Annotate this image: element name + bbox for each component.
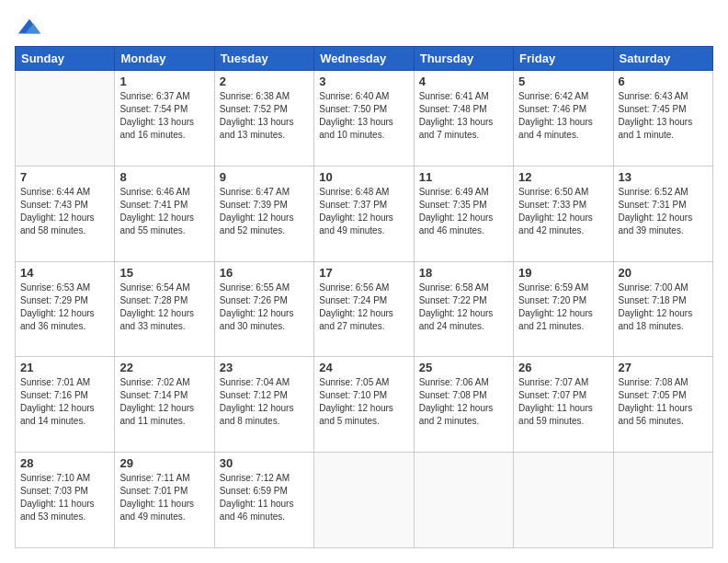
day-info: Sunrise: 7:00 AM Sunset: 7:18 PM Dayligh…	[619, 282, 708, 333]
calendar-cell: 28Sunrise: 7:10 AM Sunset: 7:03 PM Dayli…	[16, 453, 115, 548]
weekday-header-monday: Monday	[115, 47, 214, 71]
day-info: Sunrise: 6:37 AM Sunset: 7:54 PM Dayligh…	[119, 90, 209, 142]
day-info: Sunrise: 6:58 AM Sunset: 7:22 PM Dayligh…	[419, 282, 508, 333]
day-number: 3	[319, 75, 408, 88]
calendar-cell: 24Sunrise: 7:05 AM Sunset: 7:10 PM Dayli…	[314, 357, 414, 453]
calendar-cell: 13Sunrise: 6:52 AM Sunset: 7:31 PM Dayli…	[613, 166, 712, 261]
day-number: 18	[419, 266, 508, 280]
calendar-cell: 5Sunrise: 6:42 AM Sunset: 7:46 PM Daylig…	[514, 71, 613, 167]
calendar-cell: 20Sunrise: 7:00 AM Sunset: 7:18 PM Dayli…	[613, 261, 712, 357]
calendar-cell: 11Sunrise: 6:49 AM Sunset: 7:35 PM Dayli…	[414, 166, 513, 261]
calendar-cell: 25Sunrise: 7:06 AM Sunset: 7:08 PM Dayli…	[414, 357, 513, 453]
day-number: 28	[20, 456, 109, 470]
calendar-cell	[16, 71, 115, 167]
calendar-cell	[414, 453, 513, 548]
day-info: Sunrise: 6:49 AM Sunset: 7:35 PM Dayligh…	[419, 186, 508, 237]
day-number: 11	[419, 170, 508, 184]
day-info: Sunrise: 7:12 AM Sunset: 6:59 PM Dayligh…	[220, 472, 309, 523]
calendar-cell: 29Sunrise: 7:11 AM Sunset: 7:01 PM Dayli…	[115, 453, 214, 548]
day-number: 7	[20, 170, 109, 184]
calendar-cell: 10Sunrise: 6:48 AM Sunset: 7:37 PM Dayli…	[314, 166, 414, 261]
weekday-header-saturday: Saturday	[613, 47, 712, 71]
day-info: Sunrise: 6:59 AM Sunset: 7:20 PM Dayligh…	[518, 282, 608, 333]
day-info: Sunrise: 6:44 AM Sunset: 7:43 PM Dayligh…	[20, 186, 109, 237]
calendar-cell: 26Sunrise: 7:07 AM Sunset: 7:07 PM Dayli…	[514, 357, 613, 453]
calendar-cell: 9Sunrise: 6:47 AM Sunset: 7:39 PM Daylig…	[214, 166, 313, 261]
page: SundayMondayTuesdayWednesdayThursdayFrid…	[0, 0, 728, 563]
day-info: Sunrise: 7:11 AM Sunset: 7:01 PM Dayligh…	[119, 472, 209, 523]
calendar-cell: 4Sunrise: 6:41 AM Sunset: 7:48 PM Daylig…	[414, 71, 513, 167]
calendar-cell: 1Sunrise: 6:37 AM Sunset: 7:54 PM Daylig…	[115, 71, 214, 167]
calendar-cell: 3Sunrise: 6:40 AM Sunset: 7:50 PM Daylig…	[314, 71, 414, 167]
calendar-cell: 14Sunrise: 6:53 AM Sunset: 7:29 PM Dayli…	[16, 261, 115, 357]
calendar-week-row-3: 21Sunrise: 7:01 AM Sunset: 7:16 PM Dayli…	[16, 357, 713, 453]
logo-icon	[17, 15, 42, 40]
calendar-cell: 30Sunrise: 7:12 AM Sunset: 6:59 PM Dayli…	[214, 453, 313, 548]
logo	[15, 15, 42, 37]
header	[15, 15, 713, 37]
calendar-cell: 16Sunrise: 6:55 AM Sunset: 7:26 PM Dayli…	[214, 261, 313, 357]
calendar-week-row-1: 7Sunrise: 6:44 AM Sunset: 7:43 PM Daylig…	[16, 166, 713, 261]
day-number: 8	[119, 170, 209, 184]
day-number: 15	[119, 266, 209, 280]
calendar-cell: 27Sunrise: 7:08 AM Sunset: 7:05 PM Dayli…	[613, 357, 712, 453]
calendar-cell	[613, 453, 712, 548]
day-number: 23	[220, 361, 309, 374]
day-info: Sunrise: 6:54 AM Sunset: 7:28 PM Dayligh…	[119, 282, 209, 333]
day-info: Sunrise: 7:07 AM Sunset: 7:07 PM Dayligh…	[518, 376, 608, 428]
calendar-week-row-4: 28Sunrise: 7:10 AM Sunset: 7:03 PM Dayli…	[16, 453, 713, 548]
weekday-header-friday: Friday	[514, 47, 613, 71]
calendar-cell: 18Sunrise: 6:58 AM Sunset: 7:22 PM Dayli…	[414, 261, 513, 357]
calendar-cell: 7Sunrise: 6:44 AM Sunset: 7:43 PM Daylig…	[16, 166, 115, 261]
day-info: Sunrise: 6:40 AM Sunset: 7:50 PM Dayligh…	[319, 90, 408, 142]
day-number: 10	[319, 170, 408, 184]
day-info: Sunrise: 6:52 AM Sunset: 7:31 PM Dayligh…	[619, 186, 708, 237]
day-number: 26	[518, 361, 608, 374]
day-number: 30	[220, 456, 309, 470]
day-number: 17	[319, 266, 408, 280]
day-number: 2	[220, 75, 309, 88]
weekday-header-tuesday: Tuesday	[214, 47, 313, 71]
day-info: Sunrise: 6:46 AM Sunset: 7:41 PM Dayligh…	[119, 186, 209, 237]
calendar-cell: 8Sunrise: 6:46 AM Sunset: 7:41 PM Daylig…	[115, 166, 214, 261]
calendar-cell	[314, 453, 414, 548]
day-info: Sunrise: 6:53 AM Sunset: 7:29 PM Dayligh…	[20, 282, 109, 333]
day-number: 19	[518, 266, 608, 280]
weekday-header-wednesday: Wednesday	[314, 47, 414, 71]
calendar-cell: 19Sunrise: 6:59 AM Sunset: 7:20 PM Dayli…	[514, 261, 613, 357]
day-number: 24	[319, 361, 408, 374]
day-number: 12	[518, 170, 608, 184]
weekday-header-thursday: Thursday	[414, 47, 513, 71]
day-number: 27	[619, 361, 708, 374]
day-info: Sunrise: 7:08 AM Sunset: 7:05 PM Dayligh…	[619, 376, 708, 428]
day-number: 13	[619, 170, 708, 184]
day-info: Sunrise: 6:55 AM Sunset: 7:26 PM Dayligh…	[220, 282, 309, 333]
day-number: 22	[119, 361, 209, 374]
day-number: 14	[20, 266, 109, 280]
day-info: Sunrise: 6:38 AM Sunset: 7:52 PM Dayligh…	[220, 90, 309, 142]
day-number: 6	[619, 75, 708, 88]
weekday-header-sunday: Sunday	[16, 47, 115, 71]
calendar-cell: 17Sunrise: 6:56 AM Sunset: 7:24 PM Dayli…	[314, 261, 414, 357]
day-info: Sunrise: 7:06 AM Sunset: 7:08 PM Dayligh…	[419, 376, 508, 428]
calendar-cell: 2Sunrise: 6:38 AM Sunset: 7:52 PM Daylig…	[214, 71, 313, 167]
calendar-cell: 21Sunrise: 7:01 AM Sunset: 7:16 PM Dayli…	[16, 357, 115, 453]
calendar-cell: 12Sunrise: 6:50 AM Sunset: 7:33 PM Dayli…	[514, 166, 613, 261]
day-info: Sunrise: 6:41 AM Sunset: 7:48 PM Dayligh…	[419, 90, 508, 142]
calendar-cell: 22Sunrise: 7:02 AM Sunset: 7:14 PM Dayli…	[115, 357, 214, 453]
weekday-header-row: SundayMondayTuesdayWednesdayThursdayFrid…	[16, 47, 713, 71]
day-number: 9	[220, 170, 309, 184]
day-number: 25	[419, 361, 508, 374]
day-number: 16	[220, 266, 309, 280]
day-info: Sunrise: 6:42 AM Sunset: 7:46 PM Dayligh…	[518, 90, 608, 142]
day-number: 29	[119, 456, 209, 470]
day-number: 4	[419, 75, 508, 88]
day-info: Sunrise: 6:50 AM Sunset: 7:33 PM Dayligh…	[518, 186, 608, 237]
day-info: Sunrise: 6:56 AM Sunset: 7:24 PM Dayligh…	[319, 282, 408, 333]
calendar-week-row-0: 1Sunrise: 6:37 AM Sunset: 7:54 PM Daylig…	[16, 71, 713, 167]
day-info: Sunrise: 7:04 AM Sunset: 7:12 PM Dayligh…	[220, 376, 309, 428]
day-number: 5	[518, 75, 608, 88]
calendar-cell: 15Sunrise: 6:54 AM Sunset: 7:28 PM Dayli…	[115, 261, 214, 357]
day-info: Sunrise: 7:05 AM Sunset: 7:10 PM Dayligh…	[319, 376, 408, 428]
day-info: Sunrise: 7:10 AM Sunset: 7:03 PM Dayligh…	[20, 472, 109, 523]
